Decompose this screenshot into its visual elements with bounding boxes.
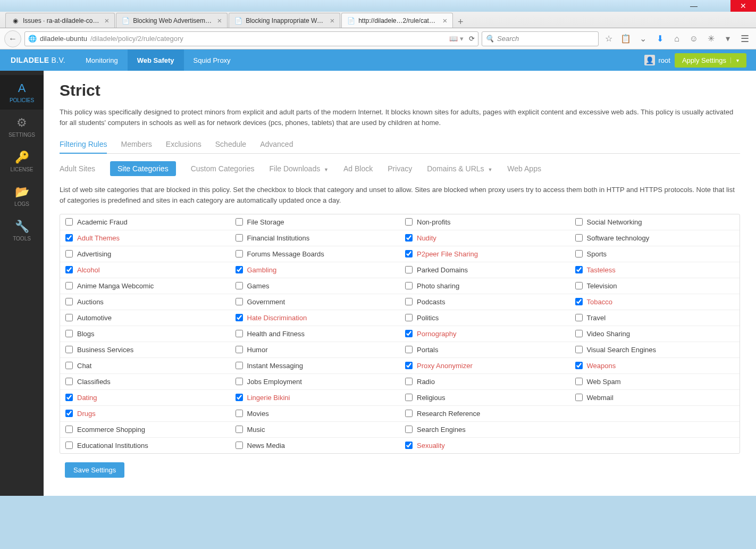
category-checkbox[interactable] bbox=[65, 282, 73, 289]
adblock-icon[interactable]: ✳ bbox=[704, 32, 718, 46]
sidebar-item-logs[interactable]: 📂LOGS bbox=[0, 179, 44, 213]
sidebar-item-license[interactable]: 🔑LICENSE bbox=[0, 144, 44, 179]
category-label[interactable]: Non-profits bbox=[417, 218, 451, 226]
category-checkbox[interactable] bbox=[575, 250, 583, 257]
category-label[interactable]: Web Spam bbox=[587, 378, 621, 386]
category-checkbox[interactable] bbox=[236, 346, 243, 353]
category-checkbox[interactable] bbox=[405, 378, 413, 385]
category-label[interactable]: Television bbox=[587, 282, 617, 290]
category-checkbox[interactable] bbox=[65, 362, 73, 369]
subtab-domains-urls[interactable]: Domains & URLs ▼ bbox=[427, 161, 492, 176]
category-checkbox[interactable] bbox=[236, 234, 243, 242]
category-checkbox[interactable] bbox=[575, 266, 583, 273]
subtab-web-apps[interactable]: Web Apps bbox=[507, 161, 541, 176]
category-checkbox[interactable] bbox=[236, 442, 243, 449]
chevron-down-icon[interactable]: ▾ bbox=[730, 57, 739, 63]
category-label[interactable]: Drugs bbox=[77, 410, 96, 418]
pocket-icon[interactable]: ⌄ bbox=[636, 32, 650, 46]
category-label[interactable]: Alcohol bbox=[77, 266, 100, 274]
category-label[interactable]: Webmail bbox=[587, 394, 614, 402]
category-label[interactable]: Research Reference bbox=[417, 410, 480, 418]
sidebar-item-tools[interactable]: 🔧TOOLS bbox=[0, 213, 44, 248]
category-checkbox[interactable] bbox=[575, 218, 583, 226]
category-checkbox[interactable] bbox=[405, 234, 413, 242]
category-checkbox[interactable] bbox=[65, 442, 73, 449]
category-label[interactable]: Forums Message Boards bbox=[247, 250, 324, 258]
category-checkbox[interactable] bbox=[65, 426, 73, 433]
category-checkbox[interactable] bbox=[405, 298, 413, 305]
category-checkbox[interactable] bbox=[65, 394, 73, 401]
category-checkbox[interactable] bbox=[575, 234, 583, 242]
category-checkbox[interactable] bbox=[575, 330, 583, 337]
category-checkbox[interactable] bbox=[575, 394, 583, 401]
save-settings-button[interactable]: Save Settings bbox=[65, 462, 124, 478]
category-label[interactable]: Pornography bbox=[417, 330, 456, 338]
downloads-icon[interactable]: ⬇ bbox=[653, 32, 667, 46]
sidebar-item-policies[interactable]: APOLICIES bbox=[0, 75, 44, 110]
category-label[interactable]: Nudity bbox=[417, 234, 436, 242]
bookmark-star-icon[interactable]: ☆ bbox=[602, 32, 616, 46]
subtab-adult-sites[interactable]: Adult Sites bbox=[60, 161, 95, 176]
category-checkbox[interactable] bbox=[236, 282, 243, 289]
category-label[interactable]: Radio bbox=[417, 378, 435, 386]
category-label[interactable]: Blogs bbox=[77, 330, 95, 338]
category-label[interactable]: Academic Fraud bbox=[77, 218, 128, 226]
subtab-privacy[interactable]: Privacy bbox=[388, 161, 412, 176]
category-label[interactable]: P2peer File Sharing bbox=[417, 250, 478, 258]
category-label[interactable]: Software technology bbox=[587, 234, 650, 242]
category-label[interactable]: Financial Institutions bbox=[247, 234, 310, 242]
category-label[interactable]: Auctions bbox=[77, 298, 104, 306]
subtab-site-categories[interactable]: Site Categories bbox=[110, 161, 176, 176]
category-label[interactable]: Podcasts bbox=[417, 298, 445, 306]
category-checkbox[interactable] bbox=[405, 282, 413, 289]
category-label[interactable]: Health and Fitness bbox=[247, 330, 305, 338]
topnav-item[interactable]: Squid Proxy bbox=[184, 49, 240, 71]
category-label[interactable]: Gambling bbox=[247, 266, 277, 274]
category-checkbox[interactable] bbox=[405, 314, 413, 321]
category-label[interactable]: Ecommerce Shopping bbox=[77, 426, 145, 434]
category-label[interactable]: Sexuality bbox=[417, 442, 445, 450]
subtab-ad-block[interactable]: Ad Block bbox=[343, 161, 373, 176]
category-label[interactable]: Travel bbox=[587, 314, 606, 322]
category-checkbox[interactable] bbox=[236, 330, 243, 337]
category-label[interactable]: Weapons bbox=[587, 362, 616, 370]
category-checkbox[interactable] bbox=[65, 234, 73, 242]
topnav-item[interactable]: Monitoring bbox=[76, 49, 128, 71]
category-label[interactable]: News Media bbox=[247, 442, 285, 450]
category-label[interactable]: Portals bbox=[417, 346, 438, 354]
category-checkbox[interactable] bbox=[575, 378, 583, 385]
subtab-file-downloads[interactable]: File Downloads ▼ bbox=[269, 161, 329, 176]
category-checkbox[interactable] bbox=[575, 298, 583, 305]
category-label[interactable]: Business Services bbox=[77, 346, 133, 354]
category-checkbox[interactable] bbox=[575, 362, 583, 369]
browser-tab[interactable]: 📄http://diladele…2/rule/category× bbox=[341, 13, 453, 28]
category-label[interactable]: Politics bbox=[417, 314, 439, 322]
category-label[interactable]: Search Engines bbox=[417, 426, 466, 434]
category-label[interactable]: Parked Domains bbox=[417, 266, 468, 274]
category-checkbox[interactable] bbox=[236, 362, 243, 369]
category-label[interactable]: Hate Discrimination bbox=[247, 314, 307, 322]
category-checkbox[interactable] bbox=[405, 426, 413, 433]
category-checkbox[interactable] bbox=[236, 394, 243, 401]
category-checkbox[interactable] bbox=[405, 442, 413, 449]
chat-icon[interactable]: ☺ bbox=[687, 32, 701, 46]
apply-settings-button[interactable]: Apply Settings ▾ bbox=[675, 53, 746, 68]
close-tab-icon[interactable]: × bbox=[104, 16, 109, 25]
reader-mode-icon[interactable]: 📖 ▾ bbox=[449, 35, 464, 43]
category-label[interactable]: Proxy Anonymizer bbox=[417, 362, 473, 370]
user-chip[interactable]: 👤 root bbox=[644, 55, 670, 65]
category-checkbox[interactable] bbox=[65, 314, 73, 321]
category-checkbox[interactable] bbox=[65, 410, 73, 417]
category-label[interactable]: Advertising bbox=[77, 250, 111, 258]
category-checkbox[interactable] bbox=[575, 282, 583, 289]
category-label[interactable]: Visual Search Engines bbox=[587, 346, 657, 354]
category-label[interactable]: Video Sharing bbox=[587, 330, 630, 338]
category-label[interactable]: Music bbox=[247, 426, 265, 434]
topnav-item[interactable]: Web Safety bbox=[128, 49, 184, 71]
category-label[interactable]: Chat bbox=[77, 362, 91, 370]
category-checkbox[interactable] bbox=[65, 346, 73, 353]
category-checkbox[interactable] bbox=[236, 314, 243, 321]
category-label[interactable]: Games bbox=[247, 282, 270, 290]
category-checkbox[interactable] bbox=[236, 410, 243, 417]
category-label[interactable]: Sports bbox=[587, 250, 607, 258]
